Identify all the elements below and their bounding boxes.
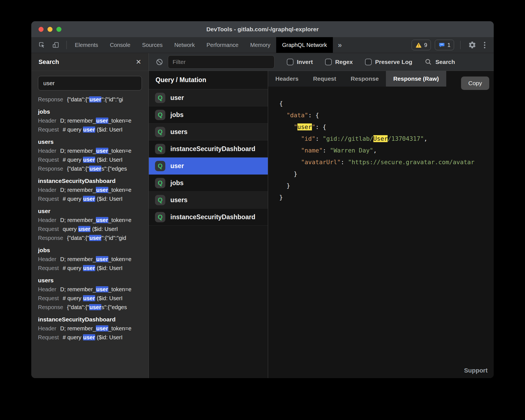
device-toolbar-icon[interactable] [50, 39, 61, 51]
response-panel: HeadersRequestResponseResponse (Raw) ✕ {… [268, 71, 494, 378]
search-result-line[interactable]: Response{"data":{"user":{"id":"gid [38, 235, 142, 241]
search-result-label: Request [38, 334, 59, 340]
search-result-line[interactable]: Request# query user ($id: UserI [38, 295, 142, 302]
search-result-line[interactable]: Request# query user ($id: UserI [38, 265, 142, 271]
checkbox-preserve-log[interactable]: Preserve Log [365, 59, 412, 65]
query-list-item[interactable]: Quser [149, 157, 268, 175]
search-result-line[interactable]: HeaderD; remember_user_token=e [38, 217, 142, 223]
query-type-badge: Q [155, 110, 165, 120]
search-result-line[interactable]: HeaderD; remember_user_token=e [38, 148, 142, 154]
code-token: "id" [301, 135, 316, 142]
invert-checkbox[interactable] [287, 59, 293, 65]
settings-gear-icon[interactable] [467, 39, 478, 51]
code-token: : [315, 135, 323, 142]
search-result-line[interactable]: HeaderD; remember_user_token=e [38, 286, 142, 293]
more-tabs-button[interactable]: » [333, 37, 347, 53]
block-requests-icon[interactable] [156, 58, 163, 66]
search-result-text: # query [63, 196, 83, 202]
search-result-label: Header [38, 256, 56, 262]
search-result-line[interactable]: Request# query user ($id: UserI [38, 196, 142, 202]
devtools-window: DevTools - gitlab.com/-/graphql-explorer… [31, 21, 494, 378]
more-options-icon[interactable] [482, 42, 488, 48]
search-result-text: _token=e [108, 217, 132, 223]
query-item-label: user [170, 94, 184, 102]
filter-search-button[interactable]: Search [424, 58, 455, 66]
query-list-item[interactable]: Quser [149, 89, 268, 106]
query-list-item[interactable]: QinstanceSecurityDashboard [149, 140, 268, 157]
search-result-text: D; remember_ [60, 256, 96, 262]
search-result-text: # query [63, 127, 83, 133]
tab-elements[interactable]: Elements [69, 37, 104, 53]
search-result-label: Header [38, 118, 56, 124]
inspect-element-icon[interactable] [36, 39, 47, 51]
search-result-label: Request [38, 196, 59, 202]
response-tabs: HeadersRequestResponseResponse (Raw) [268, 71, 446, 87]
issues-badge[interactable]: 1 [435, 40, 454, 50]
search-result-line[interactable]: HeaderD; remember_user_token=e [38, 118, 142, 124]
tab-sources[interactable]: Sources [136, 37, 168, 53]
tab-response-raw[interactable]: Response (Raw) [386, 71, 446, 87]
query-item-label: jobs [170, 111, 183, 119]
search-match-highlight: user [96, 286, 108, 292]
search-result-line[interactable]: Response{"data":{"users":{"edges [38, 304, 142, 311]
search-result-line[interactable]: Request# query user ($id: UserI [38, 127, 142, 133]
tab-request[interactable]: Request [306, 71, 343, 87]
search-result-line[interactable]: HeaderD; remember_user_token=e [38, 325, 142, 332]
search-result-line[interactable]: Response{"data":{"user":{"id":"gi [38, 96, 142, 103]
code-indent [279, 170, 294, 177]
query-list-item[interactable]: Qjobs [149, 106, 268, 123]
invert-label: Invert [297, 59, 313, 65]
support-link[interactable]: Support [464, 367, 488, 374]
preserve-log-checkbox[interactable] [365, 59, 372, 65]
code-token: "data" [287, 112, 308, 119]
tab-network[interactable]: Network [168, 37, 201, 53]
search-result-line[interactable]: Request# query user ($id: UserI [38, 334, 142, 341]
search-match-highlight: user [83, 334, 95, 340]
search-result-label: Request [38, 295, 59, 301]
copy-button[interactable]: Copy [461, 77, 489, 90]
search-panel-header: Search ✕ [31, 53, 149, 71]
search-match-highlight: user [89, 166, 101, 172]
search-result-line[interactable]: Request# query user ($id: UserI [38, 157, 142, 163]
error-count: 9 [424, 42, 427, 48]
search-result-line[interactable]: HeaderD; remember_user_token=e [38, 256, 142, 262]
tab-performance[interactable]: Performance [201, 37, 245, 53]
query-list-item[interactable]: Qusers [149, 192, 268, 209]
search-result-text: ($id: UserI [95, 334, 123, 340]
code-indent [279, 182, 287, 189]
search-result-text: _token=e [108, 148, 132, 154]
code-token: " [294, 123, 297, 130]
tab-memory[interactable]: Memory [244, 37, 276, 53]
errors-badge[interactable]: 9 [412, 40, 431, 50]
filter-input[interactable] [168, 55, 275, 69]
query-list-item[interactable]: QinstanceSecurityDashboard [149, 209, 268, 226]
tab-console[interactable]: Console [104, 37, 136, 53]
title-bar: DevTools - gitlab.com/-/graphql-explorer [31, 21, 494, 37]
search-result-text: {"data":{" [67, 166, 89, 172]
query-list-item[interactable]: Qusers [149, 123, 268, 140]
code-token: : [341, 159, 348, 166]
code-indent [279, 123, 294, 130]
search-result-line[interactable]: Response{"data":{"users":{"edges [38, 166, 142, 172]
search-result-label: Response [38, 166, 63, 172]
search-section-title: jobs [38, 108, 142, 115]
close-search-icon[interactable]: ✕ [136, 58, 141, 66]
search-match-highlight: user [96, 187, 108, 193]
checkbox-regex[interactable]: Regex [325, 59, 353, 65]
code-token: "https://secure.gravatar.com/avatar [348, 159, 474, 166]
search-result-line[interactable]: Requestquery user ($id: UserI [38, 226, 142, 232]
search-section-title: users [38, 139, 142, 145]
tab-response[interactable]: Response [343, 71, 386, 87]
tab-headers[interactable]: Headers [268, 71, 306, 87]
search-result-line[interactable]: HeaderD; remember_user_token=e [38, 187, 142, 193]
search-input[interactable] [38, 76, 142, 90]
search-result-text: # query [63, 265, 83, 271]
tab-graphql-network[interactable]: GraphQL Network [276, 37, 333, 53]
regex-checkbox[interactable] [325, 59, 332, 65]
search-match-highlight: user [89, 235, 101, 241]
toolbar-left-icons [31, 37, 64, 53]
checkbox-invert[interactable]: Invert [287, 59, 313, 65]
query-type-badge: Q [155, 127, 165, 137]
search-result-text: D; remember_ [60, 187, 96, 193]
query-list-item[interactable]: Qjobs [149, 175, 268, 192]
